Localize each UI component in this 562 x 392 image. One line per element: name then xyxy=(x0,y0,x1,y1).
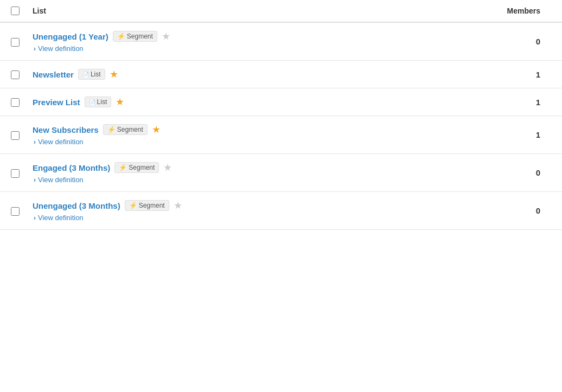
star-new-subscribers[interactable]: ★ xyxy=(152,124,161,136)
list-icon: 📄 xyxy=(89,99,95,105)
members-count-newsletter: 1 xyxy=(486,70,551,79)
view-definition-engaged-3months[interactable]: ›View definition xyxy=(34,176,486,184)
row-content-preview-list: Preview List📄List★ xyxy=(33,96,486,108)
chevron-right-icon: › xyxy=(34,138,36,146)
row-content-unengaged-3months: Unengaged (3 Months)⚡Segment★›View defin… xyxy=(33,200,486,222)
row-checkbox-preview-list[interactable] xyxy=(11,98,20,107)
view-definition-label-new-subscribers: View definition xyxy=(38,138,84,146)
row-content-engaged-3months: Engaged (3 Months)⚡Segment★›View definit… xyxy=(33,162,486,184)
row-checkbox-cell-unengaged-3months xyxy=(11,206,33,216)
list-column-header: List xyxy=(33,7,486,15)
row-title-line-unengaged-3months: Unengaged (3 Months)⚡Segment★ xyxy=(33,200,486,211)
chevron-right-icon: › xyxy=(34,214,36,222)
row-title-line-unengaged-1year: Unengaged (1 Year)⚡Segment★ xyxy=(33,30,486,42)
list-name-unengaged-1year[interactable]: Unengaged (1 Year) xyxy=(33,32,108,41)
type-badge-new-subscribers: ⚡Segment xyxy=(103,124,148,135)
segment-icon: ⚡ xyxy=(117,33,125,40)
row-checkbox-cell-unengaged-1year xyxy=(11,37,33,47)
list-name-new-subscribers[interactable]: New Subscribers xyxy=(33,125,99,134)
badge-label-unengaged-1year: Segment xyxy=(127,33,153,40)
table-row: Unengaged (3 Months)⚡Segment★›View defin… xyxy=(0,192,562,230)
view-definition-unengaged-3months[interactable]: ›View definition xyxy=(34,214,486,222)
row-checkbox-newsletter[interactable] xyxy=(11,70,20,79)
members-count-preview-list: 1 xyxy=(486,98,551,107)
row-content-newsletter: Newsletter📄List★ xyxy=(33,68,486,80)
table-body: Unengaged (1 Year)⚡Segment★›View definit… xyxy=(0,23,562,230)
row-content-new-subscribers: New Subscribers⚡Segment★›View definition xyxy=(33,124,486,146)
row-title-line-new-subscribers: New Subscribers⚡Segment★ xyxy=(33,124,486,136)
star-unengaged-1year[interactable]: ★ xyxy=(162,30,170,42)
star-engaged-3months[interactable]: ★ xyxy=(163,162,172,173)
table-row: Engaged (3 Months)⚡Segment★›View definit… xyxy=(0,154,562,192)
row-title-line-engaged-3months: Engaged (3 Months)⚡Segment★ xyxy=(33,162,486,173)
members-count-unengaged-3months: 0 xyxy=(486,206,551,215)
row-checkbox-cell-engaged-3months xyxy=(11,168,33,178)
segment-icon: ⚡ xyxy=(129,202,137,209)
star-preview-list[interactable]: ★ xyxy=(116,96,124,108)
row-checkbox-cell-preview-list xyxy=(11,97,33,107)
select-all-checkbox[interactable] xyxy=(11,7,20,15)
row-checkbox-cell-new-subscribers xyxy=(11,130,33,140)
view-definition-unengaged-1year[interactable]: ›View definition xyxy=(34,44,486,53)
badge-label-new-subscribers: Segment xyxy=(117,126,143,133)
list-name-newsletter[interactable]: Newsletter xyxy=(33,70,74,79)
row-content-unengaged-1year: Unengaged (1 Year)⚡Segment★›View definit… xyxy=(33,30,486,53)
list-name-preview-list[interactable]: Preview List xyxy=(33,98,80,107)
row-checkbox-engaged-3months[interactable] xyxy=(11,169,20,178)
badge-label-preview-list: List xyxy=(97,98,107,106)
chevron-right-icon: › xyxy=(34,176,36,184)
row-checkbox-cell-newsletter xyxy=(11,69,33,79)
view-definition-label-unengaged-3months: View definition xyxy=(38,214,84,222)
list-icon: 📄 xyxy=(82,72,89,78)
type-badge-newsletter: 📄List xyxy=(78,69,105,80)
type-badge-preview-list: 📄List xyxy=(85,97,112,107)
table-header: List Members xyxy=(0,0,562,23)
members-count-engaged-3months: 0 xyxy=(486,168,551,177)
members-count-unengaged-1year: 0 xyxy=(486,37,551,46)
lists-table: List Members Unengaged (1 Year)⚡Segment★… xyxy=(0,0,562,392)
table-row: Newsletter📄List★1 xyxy=(0,61,562,88)
star-unengaged-3months[interactable]: ★ xyxy=(174,200,182,211)
badge-label-engaged-3months: Segment xyxy=(129,164,155,171)
badge-label-unengaged-3months: Segment xyxy=(139,202,165,209)
members-column-header: Members xyxy=(486,7,551,15)
badge-label-newsletter: List xyxy=(91,70,101,78)
row-checkbox-unengaged-1year[interactable] xyxy=(11,38,20,47)
star-newsletter[interactable]: ★ xyxy=(110,68,118,80)
row-title-line-newsletter: Newsletter📄List★ xyxy=(33,68,486,80)
list-name-engaged-3months[interactable]: Engaged (3 Months) xyxy=(33,163,110,172)
table-row: Preview List📄List★1 xyxy=(0,88,562,116)
chevron-right-icon: › xyxy=(34,45,36,53)
view-definition-label-unengaged-1year: View definition xyxy=(38,44,84,53)
view-definition-new-subscribers[interactable]: ›View definition xyxy=(34,138,486,146)
table-row: Unengaged (1 Year)⚡Segment★›View definit… xyxy=(0,23,562,61)
segment-icon: ⚡ xyxy=(107,126,116,133)
type-badge-unengaged-1year: ⚡Segment xyxy=(113,31,157,42)
table-row: New Subscribers⚡Segment★›View definition… xyxy=(0,116,562,154)
row-checkbox-unengaged-3months[interactable] xyxy=(11,207,20,216)
segment-icon: ⚡ xyxy=(119,164,127,171)
list-name-unengaged-3months[interactable]: Unengaged (3 Months) xyxy=(33,201,120,210)
row-checkbox-new-subscribers[interactable] xyxy=(11,131,20,140)
select-all-checkbox-cell[interactable] xyxy=(11,7,33,15)
view-definition-label-engaged-3months: View definition xyxy=(38,176,84,184)
row-title-line-preview-list: Preview List📄List★ xyxy=(33,96,486,108)
type-badge-engaged-3months: ⚡Segment xyxy=(114,162,159,173)
members-count-new-subscribers: 1 xyxy=(486,130,551,139)
type-badge-unengaged-3months: ⚡Segment xyxy=(125,200,169,211)
